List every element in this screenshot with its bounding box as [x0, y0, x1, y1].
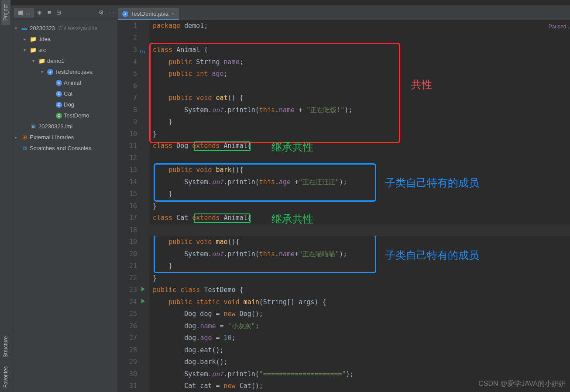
line-number[interactable]: 1 [118, 20, 148, 32]
line-number[interactable]: 25 [118, 308, 148, 320]
code-line[interactable]: public int age; [149, 68, 570, 80]
line-number[interactable]: 12 [118, 152, 148, 165]
line-number[interactable]: 13 [118, 164, 148, 176]
code-line[interactable]: dog.age = 10; [149, 332, 570, 344]
code-line[interactable]: package demo1; [149, 20, 570, 32]
line-number[interactable]: 11 [118, 140, 148, 152]
code-line[interactable]: public void eat() { [149, 92, 570, 104]
line-number[interactable]: 26 [118, 320, 148, 333]
run-gutter-icon[interactable] [141, 287, 145, 291]
expand-icon[interactable]: ≡ [46, 9, 53, 16]
tree-item-label: TestDemo [64, 112, 89, 119]
line-number[interactable]: 2 [118, 32, 148, 45]
tree-arrow-icon[interactable]: ▾ [15, 26, 19, 31]
line-number[interactable]: 5 [118, 68, 148, 80]
code-line[interactable] [149, 80, 570, 93]
line-number[interactable]: 22 [118, 272, 148, 285]
code-line[interactable]: class Cat extends Animal{ [149, 212, 570, 224]
line-number[interactable]: 3O↓ [118, 44, 148, 56]
close-icon[interactable]: × [171, 10, 175, 17]
locate-icon[interactable]: ⊕ [36, 9, 43, 16]
tree-item[interactable]: ▾▬20230323C:\Users\yan\Ide [11, 23, 117, 34]
line-number[interactable]: 24 [118, 296, 148, 309]
tree-item[interactable]: CCat [11, 88, 117, 99]
code-line[interactable] [149, 32, 570, 45]
code-line[interactable]: public class TestDemo { [149, 284, 570, 296]
code-line[interactable]: class Dog extends Animal{ [149, 140, 570, 152]
line-number[interactable]: 21 [118, 260, 148, 272]
code-line[interactable]: System.out.println(this.name + "正在吃饭!"); [149, 104, 570, 117]
line-number[interactable]: 30 [118, 368, 148, 381]
line-number[interactable]: 8 [118, 104, 148, 117]
line-number[interactable]: 6 [118, 80, 148, 93]
code-line[interactable] [149, 224, 570, 237]
tree-item[interactable]: ⧉Scratches and Consoles [11, 143, 117, 154]
code-line[interactable]: } [149, 272, 570, 285]
line-number[interactable]: 17 [118, 212, 148, 224]
line-number[interactable]: 15 [118, 188, 148, 200]
tree-item[interactable]: ▾📁src [11, 45, 117, 55]
code-line[interactable]: class Animal { [149, 44, 570, 56]
structure-tool-tab[interactable]: Structure [1, 332, 10, 362]
tree-item-label: TestDemo.java [55, 69, 93, 75]
code-line[interactable]: } [149, 188, 570, 200]
line-number[interactable]: 20 [118, 248, 148, 261]
tree-item[interactable]: ▾JTestDemo.java [11, 66, 117, 77]
tab-testdemo[interactable]: J TestDemo.java × [118, 8, 179, 20]
tree-item[interactable]: CAnimal [11, 77, 117, 88]
line-number[interactable]: 18 [118, 224, 148, 237]
line-number[interactable]: 27 [118, 332, 148, 344]
code-line[interactable]: dog.eat(); [149, 344, 570, 357]
line-number[interactable]: 19 [118, 236, 148, 248]
line-number[interactable]: 23 [118, 284, 148, 296]
tree-item[interactable]: ▸📁.idea [11, 34, 117, 45]
settings-icon[interactable]: ⚙ [98, 9, 105, 16]
tree-item[interactable]: CDog [11, 99, 117, 110]
code-line[interactable]: dog.name = "小灰灰"; [149, 320, 570, 333]
hide-icon[interactable]: — [108, 9, 115, 16]
code-line[interactable]: Dog dog = new Dog(); [149, 308, 570, 320]
code-line[interactable]: } [149, 260, 570, 272]
line-number[interactable]: 9 [118, 116, 148, 128]
line-number[interactable]: 10 [118, 128, 148, 141]
code-line[interactable]: public void bark(){ [149, 164, 570, 176]
line-number[interactable]: 16 [118, 200, 148, 213]
tree-item[interactable]: ▾📁demo1 [11, 55, 117, 66]
code-line[interactable]: System.out.println("====================… [149, 368, 570, 381]
tree-arrow-icon[interactable]: ▾ [24, 48, 28, 52]
code-line[interactable]: } [149, 128, 570, 141]
tree-item[interactable]: CTestDemo [11, 110, 117, 121]
code-editor[interactable]: 123O↓45678910111213141516171819202122232… [118, 20, 570, 392]
code-line[interactable]: System.out.println(this.age +"正在汪汪汪"); [149, 176, 570, 189]
line-number[interactable]: 14 [118, 176, 148, 189]
project-root-icon: ▬ [21, 25, 28, 32]
line-number[interactable]: 29 [118, 356, 148, 368]
code-line[interactable]: dog.bark(); [149, 356, 570, 368]
code-line[interactable]: System.out.println(this.name+"正在喵喵喵"); [149, 248, 570, 261]
code-line[interactable]: } [149, 116, 570, 128]
code-line[interactable] [149, 152, 570, 165]
line-number[interactable]: 7 [118, 92, 148, 104]
line-number[interactable]: 28 [118, 344, 148, 357]
code-line[interactable]: public void mao(){ [149, 236, 570, 248]
project-tree[interactable]: ▾▬20230323C:\Users\yan\Ide▸📁.idea▾📁src▾📁… [11, 20, 118, 392]
code-line[interactable]: } [149, 200, 570, 213]
tree-item[interactable]: ▸External Libraries [11, 132, 117, 143]
line-number[interactable]: 31 [118, 380, 148, 392]
tree-arrow-icon[interactable]: ▸ [24, 37, 28, 41]
run-gutter-icon[interactable] [141, 299, 145, 303]
tree-item[interactable]: ▣20230323.iml [11, 121, 117, 132]
favorites-tool-tab[interactable]: Favorites [1, 362, 10, 392]
editor-gutter[interactable]: 123O↓45678910111213141516171819202122232… [118, 20, 149, 392]
code-line[interactable]: public String name; [149, 56, 570, 69]
project-tool-tab[interactable]: Project [1, 0, 10, 25]
class-icon: C [56, 91, 62, 97]
tree-arrow-icon[interactable]: ▾ [32, 58, 37, 63]
line-number[interactable]: 4 [118, 56, 148, 69]
tree-arrow-icon[interactable]: ▸ [15, 135, 19, 140]
code-area[interactable]: 共性 继承共性 子类自己特有的成员 继承共性 子类自己特有的成员 package… [149, 20, 570, 392]
project-view-selector[interactable]: ▦ ... [14, 8, 34, 17]
tree-arrow-icon[interactable]: ▾ [41, 69, 45, 74]
collapse-icon[interactable]: ⊟ [55, 9, 62, 16]
code-line[interactable]: public static void main(String[] args) { [149, 296, 570, 309]
